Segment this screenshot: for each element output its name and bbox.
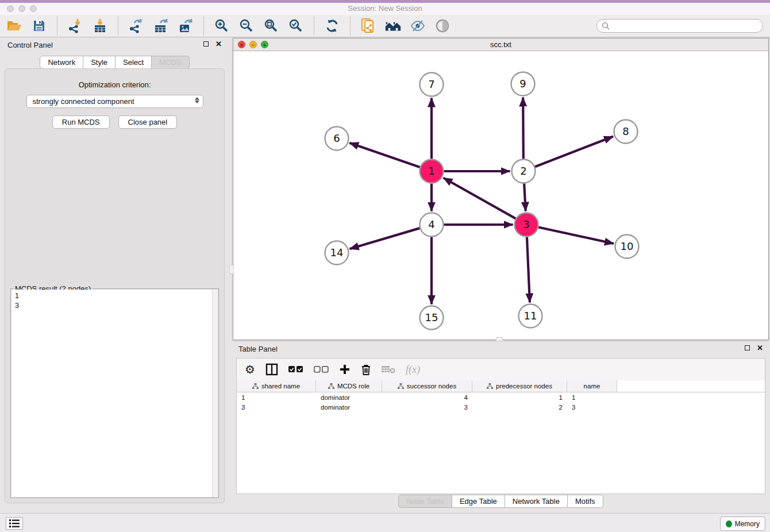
tab-node-table[interactable]: Node Table bbox=[398, 495, 452, 508]
table-cell[interactable]: 1 bbox=[472, 394, 567, 401]
import-network-icon[interactable] bbox=[67, 17, 84, 34]
graph-edge-1-6[interactable] bbox=[349, 143, 419, 167]
settings-gear-icon[interactable]: ⚙ bbox=[245, 364, 255, 375]
vertical-splitter-handle[interactable] bbox=[229, 265, 234, 274]
import-table-icon[interactable] bbox=[91, 17, 109, 34]
table-cell[interactable]: 3 bbox=[382, 404, 472, 411]
column-sort-icon bbox=[398, 383, 404, 390]
network-graph-canvas[interactable]: 7968124314101511 bbox=[233, 51, 768, 340]
table-panel-tabs: Node TableEdge TableNetwork TableMotifs bbox=[233, 495, 769, 508]
column-sort-icon bbox=[328, 383, 334, 390]
zoom-selected-icon[interactable] bbox=[287, 17, 305, 34]
column-sort-icon bbox=[252, 383, 259, 390]
graph-node-15[interactable]: 15 bbox=[420, 306, 444, 330]
task-list-icon bbox=[9, 519, 20, 528]
graph-node-1[interactable]: 1 bbox=[420, 160, 444, 183]
run-mcds-button[interactable]: Run MCDS bbox=[52, 115, 110, 129]
select-all-checkbox-icon[interactable] bbox=[288, 366, 303, 373]
zoom-in-icon[interactable] bbox=[213, 17, 230, 34]
column-header-predecessor-nodes[interactable]: predecessor nodes bbox=[472, 380, 567, 392]
graph-node-6[interactable]: 6 bbox=[325, 127, 349, 151]
float-panel-icon[interactable] bbox=[203, 41, 209, 47]
tab-network[interactable]: Network bbox=[40, 56, 83, 69]
home-pages-icon[interactable] bbox=[384, 17, 402, 34]
export-table-icon[interactable] bbox=[152, 17, 170, 34]
hide-eye-icon[interactable] bbox=[409, 17, 426, 34]
graph-node-7[interactable]: 7 bbox=[420, 73, 444, 97]
graph-edge-2-9[interactable] bbox=[523, 97, 523, 159]
zoom-fit-icon[interactable] bbox=[263, 17, 280, 34]
table-cell[interactable]: dominator bbox=[316, 404, 382, 411]
graph-node-label: 7 bbox=[428, 78, 434, 90]
table-cell[interactable]: 2 bbox=[472, 404, 567, 411]
graph-node-14[interactable]: 14 bbox=[325, 241, 349, 265]
close-panel-button[interactable]: Close panel bbox=[118, 115, 178, 129]
task-history-button[interactable] bbox=[6, 517, 23, 530]
graph-node-label: 9 bbox=[519, 78, 526, 90]
deselect-all-checkbox-icon[interactable] bbox=[314, 366, 329, 373]
table-cell[interactable]: 3 bbox=[567, 404, 617, 411]
horizontal-splitter-handle[interactable] bbox=[496, 337, 503, 341]
column-header-successor-nodes[interactable]: successor nodes bbox=[382, 380, 472, 392]
result-scrollbar[interactable] bbox=[212, 290, 218, 497]
mcds-result-text[interactable]: 1 3 bbox=[11, 290, 218, 497]
close-panel-icon[interactable]: ✕ bbox=[215, 41, 222, 47]
graph-edge-2-8[interactable] bbox=[535, 136, 613, 167]
graph-node-label: 15 bbox=[425, 311, 438, 323]
search-input[interactable] bbox=[613, 20, 763, 32]
clone-network-icon[interactable] bbox=[360, 17, 377, 34]
table-header-row: shared nameMCDS rolesuccessor nodesprede… bbox=[237, 380, 765, 392]
toolbar-separator bbox=[57, 17, 57, 35]
tab-style[interactable]: Style bbox=[83, 56, 116, 69]
show-eye-icon[interactable] bbox=[434, 17, 451, 34]
graph-node-label: 2 bbox=[520, 165, 526, 177]
table-row[interactable]: 1dominator411 bbox=[237, 392, 765, 402]
graph-node-2[interactable]: 2 bbox=[512, 160, 536, 183]
table-row[interactable]: 3dominator323 bbox=[237, 402, 765, 412]
table-cell[interactable]: 4 bbox=[382, 394, 472, 401]
graph-edge-3-10[interactable] bbox=[538, 228, 614, 244]
control-panel-tabs: NetworkStyleSelectMCDS bbox=[2, 56, 228, 69]
memory-button[interactable]: Memory bbox=[720, 516, 765, 531]
column-header-shared-name[interactable]: shared name bbox=[237, 380, 316, 392]
graph-node-10[interactable]: 10 bbox=[615, 235, 639, 259]
open-session-icon[interactable] bbox=[6, 17, 23, 34]
table-cell[interactable]: dominator bbox=[316, 394, 382, 401]
export-network-icon[interactable] bbox=[128, 17, 145, 34]
tab-mcds[interactable]: MCDS bbox=[152, 56, 189, 69]
graph-node-11[interactable]: 11 bbox=[519, 304, 542, 328]
save-session-icon[interactable] bbox=[30, 17, 48, 34]
export-image-icon[interactable] bbox=[177, 17, 194, 34]
zoom-out-icon[interactable] bbox=[238, 17, 255, 34]
node-table[interactable]: shared nameMCDS rolesuccessor nodesprede… bbox=[237, 380, 765, 494]
graph-node-4[interactable]: 4 bbox=[420, 213, 444, 237]
add-column-icon[interactable] bbox=[339, 364, 351, 375]
graph-node-9[interactable]: 9 bbox=[511, 72, 535, 96]
column-header-mcds-role[interactable]: MCDS role bbox=[316, 380, 382, 392]
tab-network-table[interactable]: Network Table bbox=[505, 495, 568, 508]
tab-motifs[interactable]: Motifs bbox=[568, 495, 603, 508]
graph-edge-3-11[interactable] bbox=[527, 237, 530, 302]
refresh-layout-icon[interactable] bbox=[324, 17, 341, 34]
graph-node-3[interactable]: 3 bbox=[515, 213, 538, 237]
graph-edge-4-14[interactable] bbox=[350, 228, 420, 249]
table-cell[interactable]: 3 bbox=[237, 404, 316, 411]
graph-node-label: 8 bbox=[622, 125, 629, 137]
close-panel-icon[interactable]: ✕ bbox=[757, 345, 763, 351]
tab-edge-table[interactable]: Edge Table bbox=[452, 495, 505, 508]
float-panel-icon[interactable] bbox=[745, 345, 750, 350]
criterion-select[interactable]: strongly connected component bbox=[26, 95, 203, 108]
toolbar-separator bbox=[118, 17, 118, 35]
graph-node-label: 6 bbox=[333, 132, 340, 144]
toolbar-search[interactable] bbox=[596, 19, 763, 33]
column-header-name[interactable]: name bbox=[567, 380, 617, 392]
tab-select[interactable]: Select bbox=[116, 56, 152, 69]
app-title: Session: New Session bbox=[0, 4, 770, 13]
graph-node-8[interactable]: 8 bbox=[614, 120, 638, 144]
column-layout-icon[interactable] bbox=[265, 363, 278, 376]
table-cell[interactable]: 1 bbox=[237, 394, 316, 401]
graph-edge-3-1[interactable] bbox=[443, 178, 515, 219]
table-cell[interactable]: 1 bbox=[567, 394, 617, 401]
delete-icon[interactable] bbox=[361, 364, 371, 376]
graph-edge-2-3[interactable] bbox=[524, 183, 526, 211]
